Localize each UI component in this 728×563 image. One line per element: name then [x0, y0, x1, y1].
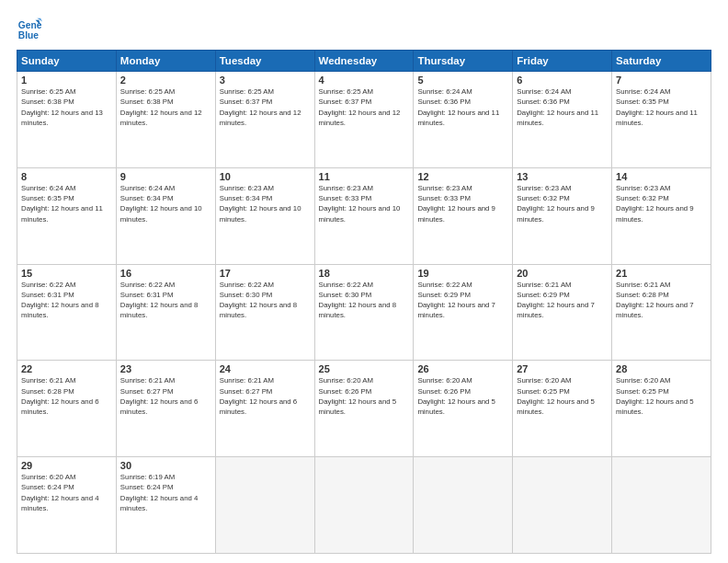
calendar-cell: 10Sunrise: 6:23 AMSunset: 6:34 PMDayligh… [215, 167, 314, 264]
day-number: 14 [616, 171, 707, 182]
header: General Blue [17, 17, 711, 42]
day-detail: Sunrise: 6:24 AMSunset: 6:34 PMDaylight:… [120, 183, 211, 224]
calendar-table: SundayMondayTuesdayWednesdayThursdayFrid… [17, 50, 711, 554]
calendar-cell: 11Sunrise: 6:23 AMSunset: 6:33 PMDayligh… [314, 167, 414, 264]
day-detail: Sunrise: 6:24 AMSunset: 6:36 PMDaylight:… [417, 86, 508, 128]
day-detail: Sunrise: 6:19 AMSunset: 6:24 PMDaylight:… [120, 472, 211, 513]
day-detail: Sunrise: 6:23 AMSunset: 6:33 PMDaylight:… [417, 183, 508, 224]
day-number: 4 [319, 75, 410, 86]
calendar-cell [314, 457, 414, 554]
calendar-cell: 14Sunrise: 6:23 AMSunset: 6:32 PMDayligh… [612, 167, 711, 264]
page: General Blue SundayMondayTuesdayWednesda… [0, 0, 728, 563]
day-number: 7 [616, 75, 707, 86]
calendar-cell: 9Sunrise: 6:24 AMSunset: 6:34 PMDaylight… [116, 167, 215, 264]
calendar-cell: 5Sunrise: 6:24 AMSunset: 6:36 PMDaylight… [414, 72, 513, 168]
calendar-cell: 8Sunrise: 6:24 AMSunset: 6:35 PMDaylight… [17, 167, 117, 264]
day-detail: Sunrise: 6:22 AMSunset: 6:29 PMDaylight:… [417, 280, 508, 321]
day-detail: Sunrise: 6:20 AMSunset: 6:24 PMDaylight:… [21, 472, 112, 513]
day-number: 9 [120, 171, 211, 182]
day-detail: Sunrise: 6:20 AMSunset: 6:26 PMDaylight:… [417, 375, 508, 417]
day-number: 1 [21, 75, 112, 86]
day-detail: Sunrise: 6:24 AMSunset: 6:36 PMDaylight:… [517, 86, 608, 128]
day-detail: Sunrise: 6:20 AMSunset: 6:25 PMDaylight:… [616, 375, 707, 417]
calendar-cell: 17Sunrise: 6:22 AMSunset: 6:30 PMDayligh… [215, 264, 314, 361]
day-detail: Sunrise: 6:24 AMSunset: 6:35 PMDaylight:… [616, 86, 707, 128]
day-detail: Sunrise: 6:25 AMSunset: 6:38 PMDaylight:… [120, 86, 211, 128]
calendar-cell: 3Sunrise: 6:25 AMSunset: 6:37 PMDaylight… [215, 72, 314, 168]
day-detail: Sunrise: 6:24 AMSunset: 6:35 PMDaylight:… [21, 183, 112, 224]
day-number: 29 [21, 460, 112, 471]
day-number: 18 [319, 268, 410, 279]
calendar-week-3: 15Sunrise: 6:22 AMSunset: 6:31 PMDayligh… [17, 264, 711, 361]
calendar-cell: 26Sunrise: 6:20 AMSunset: 6:26 PMDayligh… [414, 361, 513, 457]
day-number: 17 [220, 268, 311, 279]
calendar-week-1: 1Sunrise: 6:25 AMSunset: 6:38 PMDaylight… [17, 72, 711, 168]
calendar-cell [414, 457, 513, 554]
day-detail: Sunrise: 6:23 AMSunset: 6:33 PMDaylight:… [319, 183, 410, 224]
calendar-cell: 24Sunrise: 6:21 AMSunset: 6:27 PMDayligh… [215, 361, 314, 457]
day-detail: Sunrise: 6:21 AMSunset: 6:28 PMDaylight:… [21, 375, 112, 417]
calendar-cell: 29Sunrise: 6:20 AMSunset: 6:24 PMDayligh… [17, 457, 117, 554]
day-number: 11 [319, 171, 410, 182]
calendar-cell: 30Sunrise: 6:19 AMSunset: 6:24 PMDayligh… [116, 457, 215, 554]
calendar-cell: 1Sunrise: 6:25 AMSunset: 6:38 PMDaylight… [17, 72, 117, 168]
calendar-cell: 25Sunrise: 6:20 AMSunset: 6:26 PMDayligh… [314, 361, 414, 457]
calendar-cell [215, 457, 314, 554]
day-number: 27 [517, 363, 608, 374]
calendar-cell: 21Sunrise: 6:21 AMSunset: 6:28 PMDayligh… [612, 264, 711, 361]
day-detail: Sunrise: 6:23 AMSunset: 6:34 PMDaylight:… [220, 183, 311, 224]
day-number: 24 [220, 363, 311, 374]
calendar-cell: 23Sunrise: 6:21 AMSunset: 6:27 PMDayligh… [116, 361, 215, 457]
day-detail: Sunrise: 6:21 AMSunset: 6:29 PMDaylight:… [517, 280, 608, 321]
day-number: 13 [517, 171, 608, 182]
day-detail: Sunrise: 6:21 AMSunset: 6:27 PMDaylight:… [220, 375, 311, 417]
svg-text:Blue: Blue [18, 30, 40, 40]
logo-icon: General Blue [17, 17, 42, 42]
day-detail: Sunrise: 6:20 AMSunset: 6:25 PMDaylight:… [517, 375, 608, 417]
calendar-week-2: 8Sunrise: 6:24 AMSunset: 6:35 PMDaylight… [17, 167, 711, 264]
day-number: 20 [517, 268, 608, 279]
day-detail: Sunrise: 6:23 AMSunset: 6:32 PMDaylight:… [517, 183, 608, 224]
calendar-cell: 16Sunrise: 6:22 AMSunset: 6:31 PMDayligh… [116, 264, 215, 361]
calendar-cell: 13Sunrise: 6:23 AMSunset: 6:32 PMDayligh… [513, 167, 612, 264]
calendar-cell: 15Sunrise: 6:22 AMSunset: 6:31 PMDayligh… [17, 264, 117, 361]
calendar-cell: 19Sunrise: 6:22 AMSunset: 6:29 PMDayligh… [414, 264, 513, 361]
calendar-week-4: 22Sunrise: 6:21 AMSunset: 6:28 PMDayligh… [17, 361, 711, 457]
day-number: 22 [21, 363, 112, 374]
calendar-cell: 22Sunrise: 6:21 AMSunset: 6:28 PMDayligh… [17, 361, 117, 457]
day-number: 26 [417, 363, 508, 374]
day-number: 28 [616, 363, 707, 374]
column-header-monday: Monday [116, 51, 215, 72]
calendar-cell: 6Sunrise: 6:24 AMSunset: 6:36 PMDaylight… [513, 72, 612, 168]
day-detail: Sunrise: 6:22 AMSunset: 6:31 PMDaylight:… [120, 280, 211, 321]
column-header-tuesday: Tuesday [215, 51, 314, 72]
day-detail: Sunrise: 6:22 AMSunset: 6:30 PMDaylight:… [220, 280, 311, 321]
day-number: 15 [21, 268, 112, 279]
calendar-cell: 12Sunrise: 6:23 AMSunset: 6:33 PMDayligh… [414, 167, 513, 264]
day-number: 16 [120, 268, 211, 279]
day-detail: Sunrise: 6:20 AMSunset: 6:26 PMDaylight:… [319, 375, 410, 417]
day-number: 2 [120, 75, 211, 86]
day-detail: Sunrise: 6:25 AMSunset: 6:37 PMDaylight:… [220, 86, 311, 128]
calendar-cell [513, 457, 612, 554]
calendar-cell: 2Sunrise: 6:25 AMSunset: 6:38 PMDaylight… [116, 72, 215, 168]
calendar-cell: 20Sunrise: 6:21 AMSunset: 6:29 PMDayligh… [513, 264, 612, 361]
calendar-cell: 28Sunrise: 6:20 AMSunset: 6:25 PMDayligh… [612, 361, 711, 457]
column-header-saturday: Saturday [612, 51, 711, 72]
day-detail: Sunrise: 6:23 AMSunset: 6:32 PMDaylight:… [616, 183, 707, 224]
logo: General Blue [17, 17, 48, 42]
day-number: 6 [517, 75, 608, 86]
day-detail: Sunrise: 6:22 AMSunset: 6:30 PMDaylight:… [319, 280, 410, 321]
day-detail: Sunrise: 6:22 AMSunset: 6:31 PMDaylight:… [21, 280, 112, 321]
column-header-sunday: Sunday [17, 51, 117, 72]
day-number: 12 [417, 171, 508, 182]
column-header-friday: Friday [513, 51, 612, 72]
calendar-cell: 7Sunrise: 6:24 AMSunset: 6:35 PMDaylight… [612, 72, 711, 168]
day-number: 5 [417, 75, 508, 86]
calendar-header-row: SundayMondayTuesdayWednesdayThursdayFrid… [17, 51, 711, 72]
calendar-cell: 27Sunrise: 6:20 AMSunset: 6:25 PMDayligh… [513, 361, 612, 457]
calendar-cell: 4Sunrise: 6:25 AMSunset: 6:37 PMDaylight… [314, 72, 414, 168]
day-number: 3 [220, 75, 311, 86]
day-number: 19 [417, 268, 508, 279]
day-number: 8 [21, 171, 112, 182]
